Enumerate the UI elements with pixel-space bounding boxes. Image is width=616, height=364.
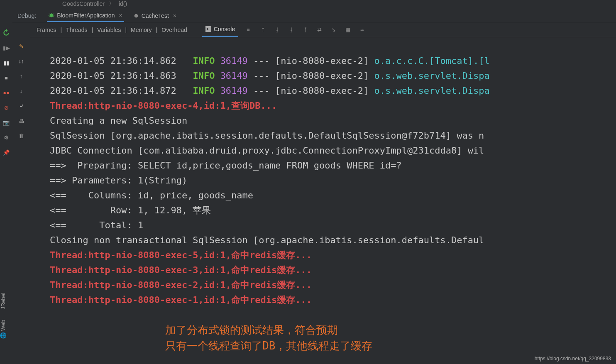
resume-icon[interactable]: ▮▶ [2,44,10,51]
pause-icon[interactable]: ▮▮ [2,59,10,66]
console-actions: ≡ ⇡ ⭳ ⭳ ⭱ ⇄ ↘ ▦ ⫨ [247,27,366,33]
debug-tab-cachetest[interactable]: CacheTest × [132,10,178,22]
settings2-icon[interactable]: ⫨ [359,27,366,33]
tab-threads[interactable]: Threads [64,27,89,33]
tab-frames[interactable]: Frames [35,27,58,33]
log-line: JDBC Connection [com.alibaba.druid.proxy… [50,145,484,156]
list-icon[interactable]: ≡ [247,27,253,33]
up-arrow-icon[interactable]: ↑ [17,72,25,80]
debugger-sub-toolbar: Frames| Threads| Variables| Memory| Over… [30,22,616,37]
grid-icon[interactable]: ▦ [345,27,352,33]
svg-point-1 [134,14,138,17]
debug-toolbar: Debug: BloomFilterApplication × CacheTes… [12,9,616,22]
up-icon[interactable]: ⇡ [261,27,267,33]
debug-label: Debug: [12,12,39,19]
console-icon [205,26,211,32]
debugger-views: Frames| Threads| Variables| Memory| Over… [30,27,189,33]
stop-icon[interactable]: ■ [2,74,10,81]
import-icon[interactable]: ↘ [331,27,338,33]
side-tab-web[interactable]: 🌐 Web [0,320,6,339]
down-arrow-icon[interactable]: ↓ [17,87,25,95]
left-rail-console: ✎ ↓↑ ↑ ↓ ⤶ 🖶 🗑 [12,37,30,364]
breadcrumb-sep: 〉 [109,0,115,7]
bug-icon [133,13,139,19]
print-icon[interactable]: 🖶 [17,117,25,125]
log-line: Thread:http-nio-8080-exec-1,id:1,命中redis… [50,295,312,305]
log-line: ==> Preparing: SELECT id,price,goods_nam… [50,160,402,171]
trash-icon[interactable]: 🗑 [17,132,25,139]
settings-icon[interactable]: ⚙ [2,134,10,141]
download-icon[interactable]: ⭳ [275,27,281,33]
sort-icon[interactable]: ↓↑ [17,57,25,65]
download2-icon[interactable]: ⭳ [289,27,296,33]
camera-icon[interactable]: 📷 [2,119,10,126]
debug-tab-label: CacheTest [142,12,169,19]
upload-icon[interactable]: ⭱ [303,27,310,33]
log-line: Thread:http-nio-8080-exec-2,id:1,命中redis… [50,280,312,290]
breadcrumb-item[interactable]: GoodsController [62,0,105,7]
log-line: ==> Parameters: 1(String) [50,175,187,186]
log-line: Creating a new SqlSession [50,115,187,126]
log-line: Thread:http-nio-8080-exec-4,id:1,查询DB... [50,100,277,111]
tab-variables[interactable]: Variables [95,27,122,33]
edit-icon[interactable]: ✎ [17,42,25,50]
mute-breakpoints-icon[interactable]: ⊘ [2,104,10,111]
svg-point-0 [50,13,54,17]
exchange-icon[interactable]: ⇄ [317,27,324,33]
rerun-icon[interactable] [2,29,10,37]
log-line: <== Total: 1 [50,220,143,230]
close-icon[interactable]: × [173,12,176,19]
log-pid: 36149 [220,56,248,66]
log-line: Closing non transactional SqlSession [or… [50,235,484,245]
log-line: <== Row: 1, 12.98, 苹果 [50,205,211,215]
log-line: Thread:http-nio-8080-exec-3,id:1,命中redis… [50,265,312,275]
log-level: INFO [193,56,215,66]
soft-wrap-icon[interactable]: ⤶ [17,102,25,110]
breadcrumb-item[interactable]: id() [119,0,127,7]
side-tab-jrebel[interactable]: JRebel [0,293,6,309]
tab-overhead[interactable]: Overhead [160,27,188,33]
tab-memory[interactable]: Memory [129,27,154,33]
log-logger: o.a.c.c.C.[Tomcat].[l [374,56,490,66]
debug-tab-bloomfilter[interactable]: BloomFilterApplication × [47,10,124,22]
log-timestamp: 2020-01-05 21:36:14.862 [50,56,176,66]
annotation: 只有一个线程查询了DB，其他线程走了缓存 [165,340,372,352]
breakpoints-icon[interactable]: ●● [2,89,10,96]
console-tab-label: Console [214,26,235,32]
pin-icon[interactable]: 📌 [2,149,10,156]
log-line: Thread:http-nio-8080-exec-5,id:1,命中redis… [50,250,312,260]
bug-icon [49,12,54,18]
debug-tab-label: BloomFilterApplication [57,12,115,19]
breadcrumb: GoodsController 〉 id() [62,0,127,7]
tab-console[interactable]: Console [202,22,238,37]
annotation: 加了分布式锁的测试结果，符合预期 [165,324,338,336]
log-line: <== Columns: id, price, goods_name [50,190,253,200]
console-output[interactable]: 2020-01-05 21:36:14.862 INFO 36149 --- [… [50,39,616,356]
log-line: SqlSession [org.apache.ibatis.session.de… [50,130,484,141]
side-tool-tabs: 🌐 Web JRebel [0,293,6,339]
close-icon[interactable]: × [119,12,122,19]
watermark: https://blog.csdn.net/qq_32099833 [535,356,611,362]
